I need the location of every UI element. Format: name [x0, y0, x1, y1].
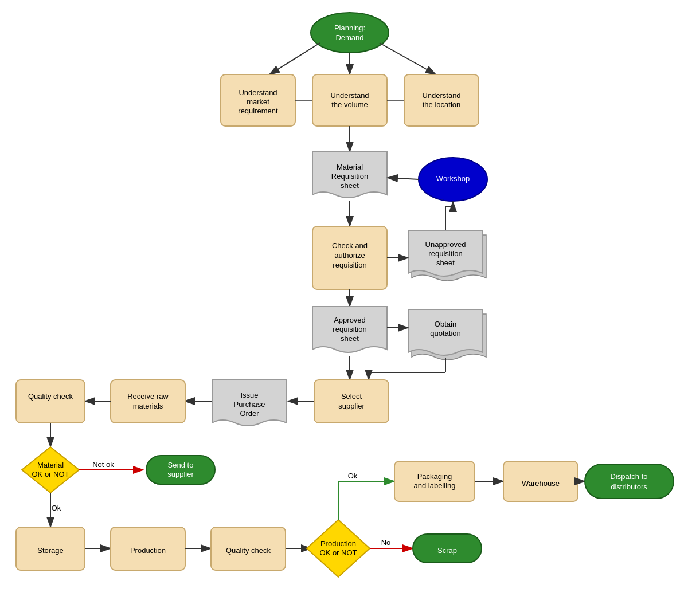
production-label: Production	[130, 546, 166, 555]
svg-line-3	[269, 43, 320, 74]
planning-label: Planning:	[334, 23, 365, 32]
svg-line-5	[380, 43, 436, 74]
send-supplier-label: Send to	[168, 461, 194, 469]
understand-volume-label: Understand	[330, 91, 369, 100]
packaging-label: Packaging	[417, 472, 452, 481]
production-ok-label: Production	[320, 539, 356, 548]
svg-text:requisition: requisition	[333, 325, 366, 333]
ok-production-label: Ok	[348, 472, 358, 480]
understand-location-label: Understand	[422, 91, 460, 100]
planning-label2: Demand	[335, 33, 363, 42]
svg-text:OK or NOT: OK or NOT	[319, 548, 357, 557]
svg-text:requisition: requisition	[333, 261, 366, 269]
svg-text:OK or NOT: OK or NOT	[32, 470, 69, 478]
workshop-label: Workshop	[436, 174, 470, 183]
svg-text:the volume: the volume	[331, 100, 368, 109]
issue-po-label: Issue	[240, 391, 258, 399]
svg-text:requisition: requisition	[428, 249, 462, 258]
quality-check-2-label: Quality check	[226, 546, 271, 555]
svg-text:Purchase: Purchase	[234, 400, 265, 409]
svg-text:supplier: supplier	[338, 402, 365, 410]
svg-text:sheet: sheet	[341, 181, 359, 190]
no-label: No	[381, 538, 391, 547]
obtain-quotation-label: Obtain	[435, 320, 456, 328]
quality-check-1-label: Quality check	[28, 392, 73, 401]
quality-check-1-node	[16, 380, 85, 423]
svg-text:requirement: requirement	[238, 107, 278, 115]
material-req-label: Material	[337, 163, 363, 171]
unapproved-label: Unapproved	[425, 240, 466, 249]
svg-text:sheet: sheet	[436, 258, 455, 267]
svg-text:the location: the location	[423, 100, 461, 109]
svg-text:Requisition: Requisition	[331, 172, 368, 181]
svg-text:quotation: quotation	[430, 329, 461, 338]
svg-text:distributors: distributors	[611, 482, 647, 491]
warehouse-label: Warehouse	[522, 479, 560, 488]
svg-text:sheet: sheet	[341, 334, 359, 343]
approved-label: Approved	[334, 316, 366, 324]
not-ok-label: Not ok	[92, 460, 114, 469]
material-ok-label: Material	[37, 461, 64, 469]
scrap-label: Scrap	[437, 546, 457, 555]
understand-market-label: Understand	[239, 88, 277, 97]
svg-text:market: market	[247, 97, 269, 106]
svg-line-15	[388, 178, 419, 179]
dispatch-node	[585, 464, 674, 499]
ok-material-label: Ok	[52, 504, 61, 512]
svg-text:and labelling: and labelling	[413, 481, 455, 490]
storage-label: Storage	[37, 546, 64, 555]
receive-raw-label: Receive raw	[127, 392, 169, 401]
svg-text:materials: materials	[133, 402, 163, 410]
svg-text:supplier: supplier	[167, 470, 194, 478]
check-authorize-label: Check and	[332, 241, 368, 250]
svg-text:authorize: authorize	[334, 251, 365, 260]
select-supplier-label: Select	[341, 392, 362, 401]
planning-node	[311, 13, 389, 53]
svg-text:Order: Order	[240, 409, 259, 418]
dispatch-label: Dispatch to	[610, 472, 647, 481]
